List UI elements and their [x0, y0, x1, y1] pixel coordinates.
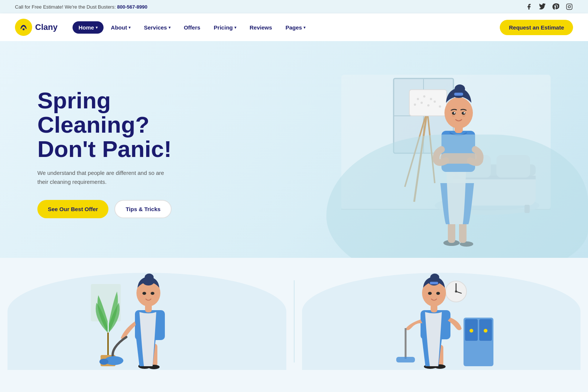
nav-item-pages[interactable]: Pages ▾: [280, 21, 311, 34]
svg-point-39: [444, 97, 473, 129]
bottom-card-1-inner: [7, 273, 286, 370]
svg-point-75: [484, 329, 487, 333]
svg-point-88: [428, 292, 432, 295]
nav-item-offers[interactable]: Offers: [178, 21, 206, 34]
chevron-down-icon: ▾: [169, 25, 170, 30]
svg-point-3: [19, 23, 28, 32]
svg-rect-23: [409, 90, 447, 116]
hero-title: Spring Cleaning? Don't Panic!: [37, 88, 172, 161]
hero-content: Spring Cleaning? Don't Panic! We underst…: [37, 88, 172, 218]
svg-rect-87: [430, 282, 438, 284]
nav-item-reviews[interactable]: Reviews: [244, 21, 278, 34]
svg-point-62: [145, 274, 154, 281]
svg-point-89: [436, 292, 440, 295]
navbar: Clany Home ▾ About ▾ Services ▾ Offers P…: [0, 13, 588, 41]
hero-buttons: See Our Best Offer Tips & Tricks: [37, 200, 172, 218]
svg-point-66: [154, 295, 157, 298]
chevron-down-icon: ▾: [304, 25, 305, 30]
svg-rect-82: [396, 357, 415, 362]
svg-point-27: [414, 104, 416, 106]
chevron-down-icon: ▾: [96, 25, 98, 30]
topbar: Call for Free Estimate! We're the Dust B…: [0, 0, 588, 13]
social-icons: [525, 3, 573, 10]
nav-links: Home ▾ About ▾ Services ▾ Offers Pricing…: [73, 21, 500, 34]
facebook-icon[interactable]: [525, 3, 533, 10]
hero-illustration: [311, 45, 566, 254]
bottom-section: [0, 258, 588, 370]
topbar-phone[interactable]: 800-567-8990: [117, 4, 147, 10]
bottom-card-2: [295, 273, 588, 370]
nav-item-pricing[interactable]: Pricing ▾: [208, 21, 242, 34]
nav-item-home[interactable]: Home ▾: [73, 21, 104, 34]
svg-point-48: [464, 112, 465, 114]
logo[interactable]: Clany: [15, 19, 58, 36]
svg-point-4: [22, 28, 24, 30]
svg-point-24: [417, 98, 419, 100]
svg-point-2: [570, 5, 571, 6]
instagram-icon[interactable]: [566, 3, 573, 10]
svg-point-28: [421, 102, 423, 104]
logo-icon: [15, 19, 32, 36]
vacuum-lady-illustration: [87, 273, 207, 370]
svg-point-41: [455, 84, 465, 93]
svg-point-86: [430, 274, 439, 281]
svg-point-90: [425, 295, 429, 298]
svg-point-64: [151, 292, 154, 295]
chevron-down-icon: ▾: [129, 25, 130, 30]
svg-point-30: [434, 101, 436, 103]
svg-point-91: [439, 295, 443, 298]
svg-point-65: [139, 295, 143, 298]
nav-item-services[interactable]: Services ▾: [138, 21, 176, 34]
pinterest-icon[interactable]: [552, 3, 560, 10]
svg-point-26: [430, 98, 432, 100]
hero-section: Spring Cleaning? Don't Panic! We underst…: [0, 41, 588, 258]
bottom-card-2-inner: [302, 273, 581, 370]
svg-rect-42: [454, 93, 463, 96]
topbar-cta: Call for Free Estimate! We're the Dust B…: [15, 4, 116, 10]
svg-point-58: [99, 359, 108, 365]
topbar-text: Call for Free Estimate! We're the Dust B…: [15, 4, 147, 10]
svg-point-74: [470, 329, 473, 333]
twitter-icon[interactable]: [539, 3, 546, 10]
nav-item-about[interactable]: About ▾: [105, 21, 136, 34]
svg-point-25: [423, 95, 425, 98]
svg-point-63: [142, 292, 146, 295]
tips-tricks-button[interactable]: Tips & Tricks: [114, 200, 172, 218]
svg-point-1: [568, 6, 570, 8]
svg-point-29: [427, 104, 430, 107]
chevron-down-icon: ▾: [234, 25, 236, 30]
svg-point-31: [439, 105, 441, 108]
bottom-card-1: [0, 273, 294, 370]
hero-subtitle: We understand that people are different …: [37, 169, 172, 186]
see-best-offer-button[interactable]: See Our Best Offer: [37, 200, 108, 218]
request-estimate-button[interactable]: Request an Estimate: [500, 20, 573, 35]
logo-text: Clany: [35, 22, 58, 32]
svg-point-47: [454, 112, 455, 114]
mop-lady-illustration: [381, 273, 501, 370]
svg-rect-0: [567, 4, 572, 10]
